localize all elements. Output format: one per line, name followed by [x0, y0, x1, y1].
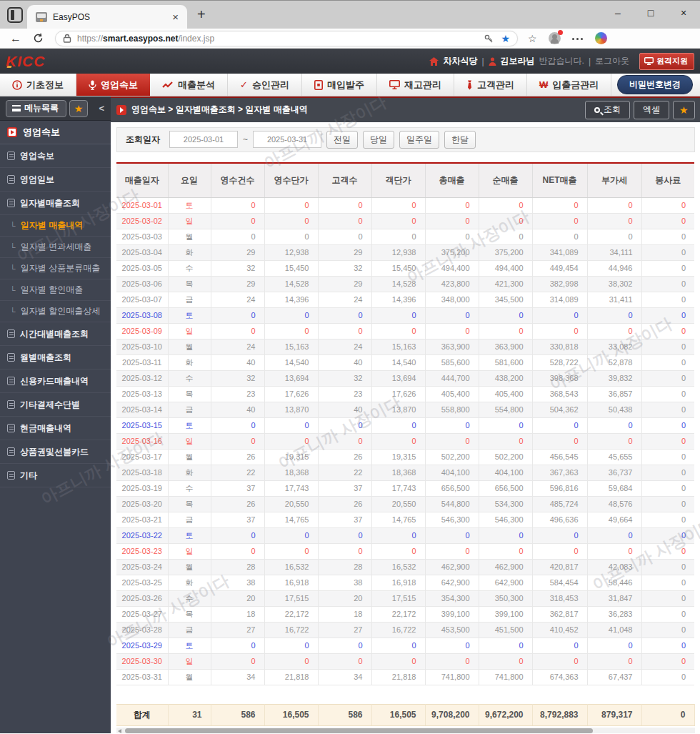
- new-tab-button[interactable]: +: [197, 6, 206, 23]
- scrollbar-thumb[interactable]: [125, 728, 593, 733]
- sidebar-item-daily-report[interactable]: 영업일보: [0, 168, 111, 192]
- tab-actions-icon[interactable]: [7, 7, 23, 23]
- nav-item-inventory[interactable]: 재고관리: [377, 74, 454, 96]
- user-name: 김보라님: [501, 55, 535, 67]
- cell-date: 2025-03-15: [116, 417, 168, 433]
- horizontal-scrollbar[interactable]: [116, 728, 695, 733]
- preset-month-button[interactable]: 한달: [444, 131, 476, 149]
- password-change-button[interactable]: 비밀번호변경: [617, 75, 693, 94]
- sidebar-item-daily-discount-detail[interactable]: └일자별 할인매출상세: [0, 301, 111, 322]
- password-key-icon[interactable]: [484, 34, 494, 44]
- cell-date: 2025-03-11: [116, 354, 168, 370]
- preset-today-button[interactable]: 당일: [363, 131, 394, 149]
- menu-list-button[interactable]: 메뉴목록: [6, 100, 66, 117]
- bookmark-star-icon[interactable]: ★: [501, 33, 510, 44]
- table-row[interactable]: 2025-03-03월000000000: [116, 229, 694, 244]
- sidebar-collapse-icon[interactable]: <: [95, 103, 108, 114]
- sidebar-item-other-payment[interactable]: 기타결제수단별: [0, 393, 111, 417]
- table-row[interactable]: 2025-03-02일000000000: [116, 213, 694, 229]
- favorite-page-button[interactable]: ★: [673, 101, 695, 119]
- copilot-icon[interactable]: [595, 32, 607, 44]
- table-row[interactable]: 2025-03-14금4013,8704013,870558,800554,80…: [116, 402, 694, 417]
- preset-prev-day-button[interactable]: 전일: [326, 131, 358, 149]
- table-row[interactable]: 2025-03-08토000000000: [116, 307, 694, 323]
- cell-value: 546,300: [479, 512, 532, 527]
- table-row[interactable]: 2025-03-28금2716,7222716,722453,500451,50…: [116, 622, 694, 638]
- sidebar-item-hourly-sales[interactable]: 시간대별매출조회: [0, 322, 111, 346]
- table-row[interactable]: 2025-03-20목2620,5502620,550544,800534,30…: [116, 496, 694, 512]
- address-bar[interactable]: https://smart.easypos.net/index.jsp ★: [55, 31, 518, 46]
- table-row[interactable]: 2025-03-19수3717,7433717,743656,500656,50…: [116, 480, 694, 496]
- date-from-input[interactable]: 2025-03-01: [169, 131, 238, 148]
- sidebar-item-etc[interactable]: 기타: [0, 464, 111, 487]
- sidebar-item-daily-discount[interactable]: └일자별 할인매출: [0, 279, 111, 301]
- table-row[interactable]: 2025-03-23일000000000: [116, 543, 694, 559]
- table-row[interactable]: 2025-03-09일000000000: [116, 323, 694, 339]
- browser-menu-icon[interactable]: [572, 37, 584, 40]
- sidebar-item-daily-category[interactable]: └일자별 상품분류매출: [0, 258, 111, 279]
- sidebar-item-giftcard[interactable]: 상품권및선불카드: [0, 440, 111, 464]
- date-to-input[interactable]: 2025-03-31: [253, 131, 321, 148]
- nav-item-cash-flow[interactable]: ₩ 입출금관리: [527, 74, 611, 96]
- table-row[interactable]: 2025-03-13목2317,6262317,626405,400405,40…: [116, 386, 694, 402]
- browser-tab[interactable]: EasyPOS ×: [27, 5, 187, 29]
- cell-value: 26: [318, 496, 371, 512]
- nav-item-approval[interactable]: ✓ 승인관리: [228, 74, 302, 96]
- table-row[interactable]: 2025-03-11화4014,5404014,540585,600581,60…: [116, 354, 694, 370]
- table-row[interactable]: 2025-03-18화2218,3682218,368404,100404,10…: [116, 465, 694, 480]
- table-row[interactable]: 2025-03-07금2414,3962414,396348,000345,50…: [116, 292, 694, 307]
- table-row[interactable]: 2025-03-12수3213,6943213,694444,700438,20…: [116, 370, 694, 386]
- nav-item-purchase-order[interactable]: 매입발주: [302, 74, 377, 96]
- table-row[interactable]: 2025-03-29토000000000: [116, 638, 694, 653]
- table-row[interactable]: 2025-03-05수3215,4503215,450494,400494,40…: [116, 260, 694, 276]
- favorites-icon[interactable]: ☆: [528, 33, 537, 44]
- sidebar-item-monthly-sales[interactable]: 월별매출조회: [0, 346, 111, 370]
- preset-week-button[interactable]: 일주일: [399, 131, 439, 149]
- sidebar-item-daily-taxfree[interactable]: └일자별 면과세매출: [0, 237, 111, 258]
- window-minimize-button[interactable]: –: [601, 7, 634, 19]
- window-maximize-button[interactable]: □: [634, 7, 667, 19]
- excel-button[interactable]: 엑셀: [634, 101, 669, 119]
- tab-close-icon[interactable]: ×: [169, 11, 181, 23]
- nav-item-basic-info[interactable]: 기초정보: [0, 74, 76, 96]
- scroll-left-arrow-icon[interactable]: [118, 729, 121, 733]
- cell-date: 2025-03-24: [116, 559, 168, 575]
- remote-support-button[interactable]: 원격지원: [639, 53, 694, 70]
- table-row[interactable]: 2025-03-30일000000000: [116, 653, 694, 669]
- sidebar-item-daily-sales-detail[interactable]: └일자별 매출내역: [0, 215, 111, 237]
- sidebar-item-cash-sales[interactable]: 현금매출내역: [0, 417, 111, 440]
- filter-label: 조회일자: [126, 134, 160, 146]
- table-row[interactable]: 2025-03-04화2912,9382912,938375,200375,20…: [116, 244, 694, 260]
- table-row[interactable]: 2025-03-10월2415,1632415,163363,900363,90…: [116, 339, 694, 354]
- table-row[interactable]: 2025-03-17월2619,3152619,315502,200502,20…: [116, 449, 694, 465]
- cell-value: 0: [211, 653, 264, 669]
- cell-value: 0: [641, 402, 694, 417]
- table-row[interactable]: 2025-03-22토000000000: [116, 527, 694, 543]
- sidebar-item-sales-flash[interactable]: 영업속보: [0, 144, 111, 168]
- reload-icon[interactable]: [33, 33, 44, 44]
- cell-value: 14,540: [264, 354, 318, 370]
- sidebar-favorite-button[interactable]: ★: [69, 100, 88, 117]
- table-row[interactable]: 2025-03-26수2017,5152017,515354,300350,30…: [116, 590, 694, 606]
- list-icon: [7, 471, 15, 480]
- table-row[interactable]: 2025-03-01토000000000: [116, 197, 694, 213]
- table-row[interactable]: 2025-03-31월3421,8183421,818741,800741,80…: [116, 669, 694, 685]
- table-row[interactable]: 2025-03-06목2914,5282914,528423,800421,30…: [116, 276, 694, 292]
- sidebar-item-credit-card[interactable]: 신용카드매출내역: [0, 370, 111, 393]
- logout-link[interactable]: 로그아웃: [595, 55, 629, 67]
- nav-item-sales-flash[interactable]: 영업속보: [76, 74, 150, 96]
- search-button[interactable]: 조회: [585, 101, 630, 119]
- nav-item-customer[interactable]: 고객관리: [454, 74, 527, 96]
- table-row[interactable]: 2025-03-24월2816,5322816,532462,900462,90…: [116, 559, 694, 575]
- table-row[interactable]: 2025-03-25화3816,9183816,918642,900642,90…: [116, 575, 694, 590]
- window-close-button[interactable]: ×: [667, 7, 700, 19]
- cell-day: 금: [168, 512, 211, 527]
- table-row[interactable]: 2025-03-27목1822,1721822,172399,100399,10…: [116, 606, 694, 622]
- back-button[interactable]: ←: [10, 32, 21, 45]
- table-row[interactable]: 2025-03-16일000000000: [116, 433, 694, 449]
- nav-item-sales-analysis[interactable]: 매출분석: [150, 74, 228, 96]
- sidebar-item-daily-sales-lookup[interactable]: 일자별매출조회: [0, 192, 111, 215]
- table-row[interactable]: 2025-03-21금3714,7653714,765546,300546,30…: [116, 512, 694, 527]
- table-row[interactable]: 2025-03-15토000000000: [116, 417, 694, 433]
- profile-avatar[interactable]: [549, 32, 561, 44]
